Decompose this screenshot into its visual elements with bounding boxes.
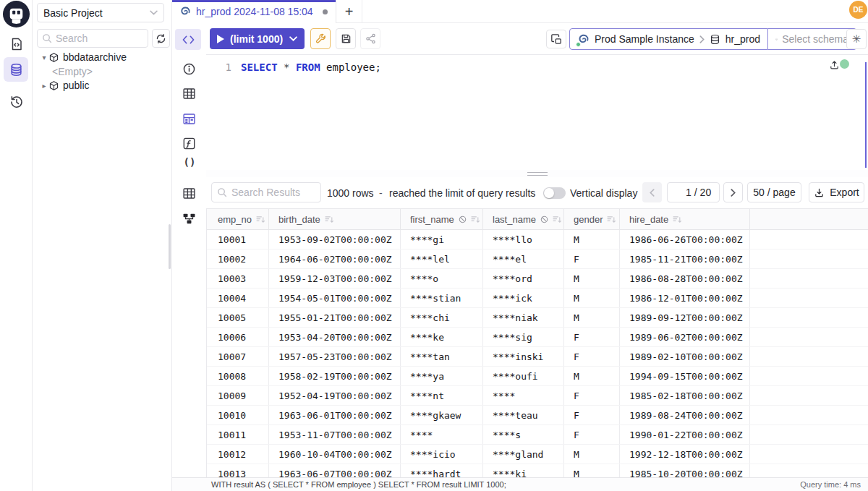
cell-hire_date[interactable]: 1989-02-10T00:00:00Z: [620, 347, 750, 366]
cell-birth_date[interactable]: 1954-05-01T00:00:00Z: [269, 289, 401, 307]
upload-script-icon[interactable]: [829, 59, 840, 70]
table-row[interactable]: 100081958-02-19T00:00:00Z****ya****oufiM…: [207, 367, 868, 386]
cell-gender[interactable]: M: [564, 464, 620, 477]
cell-first_name[interactable]: ****ya: [401, 367, 483, 385]
caret-down-icon[interactable]: ▾: [40, 54, 48, 61]
cell-hire_date[interactable]: 1985-02-18T00:00:00Z: [620, 386, 750, 405]
cell-birth_date[interactable]: 1959-12-03T00:00:00Z: [269, 269, 401, 288]
cell-emp_no[interactable]: 10011: [207, 425, 269, 444]
cloudbeaver-logo-icon[interactable]: [2, 0, 30, 28]
table-row[interactable]: 100131963-06-07T00:00:00Z****hardt****ki…: [207, 464, 868, 477]
schema-select[interactable]: Select schema: [768, 28, 856, 50]
cell-last_name[interactable]: ****: [483, 386, 564, 405]
cell-gender[interactable]: M: [564, 289, 620, 307]
table-row[interactable]: 100061953-04-20T00:00:00Z****ke****sigF1…: [207, 328, 868, 347]
project-select[interactable]: Basic Project: [37, 3, 164, 22]
run-query-button[interactable]: (limit 1000): [210, 28, 305, 49]
cell-birth_date[interactable]: 1963-06-01T00:00:00Z: [269, 406, 401, 424]
cell-hire_date[interactable]: 1986-12-01T00:00:00Z: [620, 289, 750, 307]
sql-line[interactable]: 1 SELECT * FROM employee;: [206, 61, 381, 73]
table-row[interactable]: 100021964-06-02T00:00:00Z****lel****elF1…: [207, 249, 868, 269]
cell-last_name[interactable]: ****gland: [483, 445, 564, 464]
export-button[interactable]: Export: [809, 182, 864, 202]
cell-first_name[interactable]: ****o: [401, 269, 483, 288]
cell-emp_no[interactable]: 10009: [207, 386, 269, 405]
cell-first_name[interactable]: ****icio: [401, 445, 483, 464]
cell-birth_date[interactable]: 1953-11-07T00:00:00Z: [269, 425, 401, 444]
previous-page-button[interactable]: [642, 182, 662, 202]
result-grid-icon[interactable]: [182, 187, 196, 200]
column-header-emp_no[interactable]: emp_no: [207, 209, 269, 229]
cell-emp_no[interactable]: 10001: [207, 230, 269, 249]
table-row[interactable]: 100101963-06-01T00:00:00Z****gkaew****te…: [207, 406, 868, 425]
table-row[interactable]: 100011953-09-02T00:00:00Z****gi****lloM1…: [207, 230, 868, 249]
cell-emp_no[interactable]: 10004: [207, 289, 269, 307]
cell-emp_no[interactable]: 10005: [207, 308, 269, 327]
cell-hire_date[interactable]: 1989-08-24T00:00:00Z: [620, 406, 750, 424]
cell-emp_no[interactable]: 10002: [207, 249, 269, 268]
cell-birth_date[interactable]: 1958-02-19T00:00:00Z: [269, 367, 401, 385]
cell-emp_no[interactable]: 10010: [207, 406, 269, 424]
cell-first_name[interactable]: ****hardt: [401, 464, 483, 477]
cell-birth_date[interactable]: 1957-05-23T00:00:00Z: [269, 347, 401, 366]
column-header-birth_date[interactable]: birth_date: [269, 209, 401, 229]
cell-gender[interactable]: M: [564, 367, 620, 385]
cell-gender[interactable]: M: [564, 230, 620, 249]
vertical-display-toggle[interactable]: [543, 187, 566, 199]
function-icon[interactable]: [182, 137, 196, 150]
cell-first_name[interactable]: ****: [401, 425, 483, 444]
sort-icon[interactable]: [673, 215, 682, 223]
share-button[interactable]: [360, 28, 380, 49]
page-number-box[interactable]: / 20: [667, 182, 720, 202]
tree-item-bbdataarchive[interactable]: ▾ bbdataarchive: [33, 50, 172, 64]
info-icon[interactable]: [182, 62, 196, 76]
ai-assistant-button[interactable]: ✳: [846, 29, 867, 49]
cell-hire_date[interactable]: 1985-11-21T00:00:00Z: [620, 249, 750, 268]
sort-icon[interactable]: [471, 215, 480, 223]
cell-last_name[interactable]: ****el: [483, 249, 564, 268]
cell-last_name[interactable]: ****ick: [483, 289, 564, 307]
page-size-select[interactable]: 50 / page: [747, 182, 801, 202]
cell-last_name[interactable]: ****niak: [483, 308, 564, 327]
cell-birth_date[interactable]: 1963-06-07T00:00:00Z: [269, 464, 401, 477]
table-row[interactable]: 100051955-01-21T00:00:00Z****chi****niak…: [207, 308, 868, 328]
data-presentation-icon[interactable]: [182, 112, 196, 126]
cell-emp_no[interactable]: 10007: [207, 347, 269, 366]
cell-last_name[interactable]: ****oufi: [483, 367, 564, 385]
sql-editor-toggle-button[interactable]: [175, 29, 201, 50]
table-row[interactable]: 100071957-05-23T00:00:00Z****tan****insk…: [207, 347, 868, 367]
cell-first_name[interactable]: ****chi: [401, 308, 483, 327]
save-button[interactable]: [336, 28, 356, 49]
column-header-hire_date[interactable]: hire_date: [620, 209, 750, 229]
cell-gender[interactable]: F: [564, 406, 620, 424]
parameters-icon[interactable]: (): [182, 156, 197, 168]
cell-birth_date[interactable]: 1953-09-02T00:00:00Z: [269, 230, 401, 249]
column-header-first_name[interactable]: first_name: [401, 209, 483, 229]
table-row[interactable]: 100091952-04-19T00:00:00Z****nt****F1985…: [207, 386, 868, 406]
format-wrench-button[interactable]: [310, 28, 331, 49]
cell-gender[interactable]: F: [564, 386, 620, 405]
cell-gender[interactable]: M: [564, 308, 620, 327]
cell-first_name[interactable]: ****stian: [401, 289, 483, 307]
cell-emp_no[interactable]: 10008: [207, 367, 269, 385]
switch-connection-button[interactable]: [546, 30, 566, 48]
next-page-button[interactable]: [723, 182, 743, 202]
cell-gender[interactable]: F: [564, 328, 620, 346]
cell-gender[interactable]: M: [564, 269, 620, 288]
cell-hire_date[interactable]: 1986-08-28T00:00:00Z: [620, 269, 750, 288]
tree-scrollbar[interactable]: [169, 224, 171, 269]
cell-hire_date[interactable]: 1989-06-02T00:00:00Z: [620, 328, 750, 346]
er-diagram-icon[interactable]: [182, 212, 196, 226]
sql-code[interactable]: SELECT * FROM employee;: [241, 61, 381, 73]
user-avatar[interactable]: DE: [849, 1, 867, 19]
page-number-input[interactable]: [676, 187, 692, 198]
cell-first_name[interactable]: ****gkaew: [401, 406, 483, 424]
cell-last_name[interactable]: ****ki: [483, 464, 564, 477]
cell-birth_date[interactable]: 1960-10-04T00:00:00Z: [269, 445, 401, 464]
cell-hire_date[interactable]: 1990-01-22T00:00:00Z: [620, 425, 750, 444]
cell-first_name[interactable]: ****ke: [401, 328, 483, 346]
column-header-last_name[interactable]: last_name: [483, 209, 564, 229]
cell-last_name[interactable]: ****llo: [483, 230, 564, 249]
cell-last_name[interactable]: ****inski: [483, 347, 564, 366]
cell-last_name[interactable]: ****ord: [483, 269, 564, 288]
